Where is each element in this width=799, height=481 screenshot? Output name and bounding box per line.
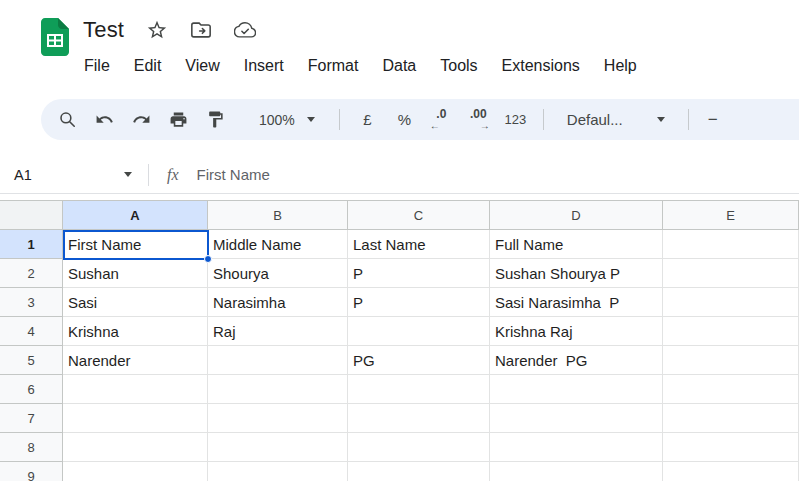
cell-c8[interactable] [348,433,490,462]
cell-d9[interactable] [490,462,663,481]
cell-b8[interactable] [208,433,348,462]
cell-d7[interactable] [490,404,663,433]
row-header-6[interactable]: 6 [0,375,63,404]
row-header-4[interactable]: 4 [0,317,63,346]
fx-icon: fx [167,166,179,184]
cell-b1[interactable]: Middle Name [208,230,348,259]
cell-a3[interactable]: Sasi [63,288,208,317]
cell-e4[interactable] [663,317,799,346]
cell-c5[interactable]: PG [348,346,490,375]
column-header-d[interactable]: D [490,201,663,230]
decrease-decimal-button[interactable]: .0 ← [423,101,460,138]
cell-b4[interactable]: Raj [208,317,348,346]
cell-e8[interactable] [663,433,799,462]
menu-file[interactable]: File [72,53,122,79]
cell-c3[interactable]: P [348,288,490,317]
redo-icon[interactable] [123,101,160,138]
fill-handle[interactable] [204,255,212,263]
cell-c7[interactable] [348,404,490,433]
number-format-button[interactable]: 123 [497,101,534,138]
row-header-8[interactable]: 8 [0,433,63,462]
name-box[interactable]: A1 [14,167,132,183]
row-header-1[interactable]: 1 [0,230,63,259]
cell-d2[interactable]: Sushan Shourya P [490,259,663,288]
toolbar-divider [688,109,689,130]
cell-a4[interactable]: Krishna [63,317,208,346]
cell-d4[interactable]: Krishna Raj [490,317,663,346]
zoom-control[interactable]: 100% [248,106,326,134]
right-arrow-icon: → [480,121,490,131]
column-header-b[interactable]: B [208,201,348,230]
formula-bar: A1 fx First Name [0,156,799,194]
print-icon[interactable] [160,101,197,138]
row-header-2[interactable]: 2 [0,259,63,288]
cloud-status-icon[interactable] [234,19,256,41]
undo-icon[interactable] [86,101,123,138]
cell-b9[interactable] [208,462,348,481]
currency-format-button[interactable]: £ [349,101,386,138]
formula-input[interactable]: First Name [197,166,270,183]
cell-a6[interactable] [63,375,208,404]
cell-c2[interactable]: P [348,259,490,288]
percent-format-button[interactable]: % [386,101,423,138]
cell-a9[interactable] [63,462,208,481]
cell-d1[interactable]: Full Name [490,230,663,259]
active-cell-reference: A1 [14,167,32,183]
decrease-font-size-button[interactable]: − [698,101,728,138]
row-header-5[interactable]: 5 [0,346,63,375]
column-header-a[interactable]: A [63,201,208,230]
row-header-9[interactable]: 9 [0,462,63,481]
cell-c6[interactable] [348,375,490,404]
cell-c9[interactable] [348,462,490,481]
menu-tools[interactable]: Tools [428,53,489,79]
row-header-7[interactable]: 7 [0,404,63,433]
cell-e6[interactable] [663,375,799,404]
menu-help[interactable]: Help [592,53,649,79]
menu-insert[interactable]: Insert [232,53,296,79]
increase-decimal-button[interactable]: .00 → [460,101,497,138]
cell-b3[interactable]: Narasimha [208,288,348,317]
cell-e9[interactable] [663,462,799,481]
cell-c4[interactable] [348,317,490,346]
cell-b5[interactable] [208,346,348,375]
column-header-e[interactable]: E [663,201,799,230]
menu-edit[interactable]: Edit [122,53,174,79]
cell-d8[interactable] [490,433,663,462]
select-all-corner[interactable] [0,201,63,230]
cell-d5[interactable]: Narender PG [490,346,663,375]
cell-e7[interactable] [663,404,799,433]
cell-d3[interactable]: Sasi Narasimha P [490,288,663,317]
cell-a2[interactable]: Sushan [63,259,208,288]
cell-e2[interactable] [663,259,799,288]
cell-d6[interactable] [490,375,663,404]
menu-extensions[interactable]: Extensions [490,53,592,79]
toolbar: 100% £ % .0 ← .00 → 123 Defaul... − [41,99,799,140]
column-header-c[interactable]: C [348,201,490,230]
menu-data[interactable]: Data [370,53,428,79]
font-selector[interactable]: Defaul... [555,106,677,134]
menu-view[interactable]: View [173,53,231,79]
menu-format[interactable]: Format [296,53,371,79]
cell-b6[interactable] [208,375,348,404]
increase-decimal-label: .00 [470,108,487,120]
document-title[interactable]: Test [83,17,124,43]
cell-a7[interactable] [63,404,208,433]
cell-e1[interactable] [663,230,799,259]
toolbar-divider [339,109,340,130]
search-icon[interactable] [49,101,86,138]
spreadsheet: ABCDE1First NameMiddle NameLast NameFull… [0,200,799,481]
cell-a8[interactable] [63,433,208,462]
cell-e3[interactable] [663,288,799,317]
move-folder-icon[interactable] [190,19,212,41]
cell-c1[interactable]: Last Name [348,230,490,259]
cell-a5[interactable]: Narender [63,346,208,375]
star-icon[interactable] [146,19,168,41]
cell-b2[interactable]: Shourya [208,259,348,288]
zoom-value: 100% [259,112,295,128]
row-header-3[interactable]: 3 [0,288,63,317]
cell-b7[interactable] [208,404,348,433]
paint-format-icon[interactable] [197,101,234,138]
cell-a1[interactable]: First Name [63,230,208,259]
sheets-logo[interactable] [41,18,69,56]
cell-e5[interactable] [663,346,799,375]
